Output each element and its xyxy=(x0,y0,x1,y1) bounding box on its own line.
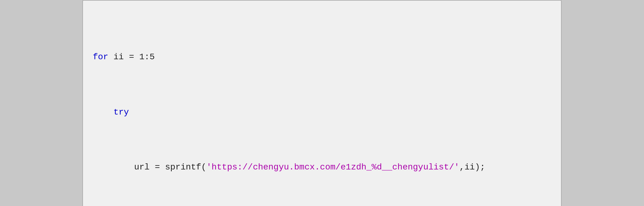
code-line-3: url = sprintf('https://chengyu.bmcx.com/… xyxy=(93,161,551,174)
keyword-for: for xyxy=(93,52,108,62)
code-container: for ii = 1:5 try url = sprintf('https://… xyxy=(82,0,562,206)
code-block: for ii = 1:5 try url = sprintf('https://… xyxy=(93,9,551,206)
keyword-try: try xyxy=(113,107,129,117)
code-line-2: try xyxy=(93,106,551,119)
string-url: 'https://chengyu.bmcx.com/e1zdh_%d__chen… xyxy=(206,162,459,172)
code-line-1: for ii = 1:5 xyxy=(93,50,551,64)
code-text: ii = 1:5 xyxy=(108,52,155,62)
